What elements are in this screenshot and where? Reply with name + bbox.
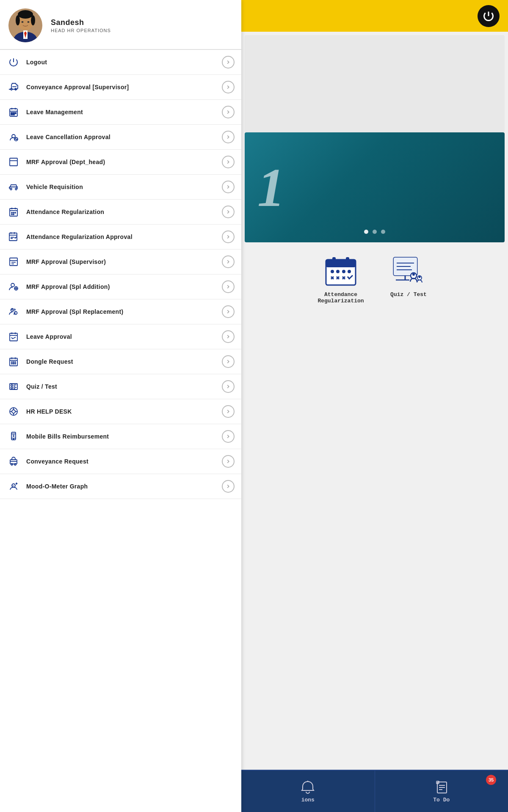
quick-label-quiz-test: Quiz / Test [390,291,427,298]
svg-rect-93 [346,257,349,263]
banner-teal: 1 [245,132,505,242]
menu-item-logout[interactable]: Logout [0,50,241,75]
leave-approval-icon [7,330,20,343]
mrf-supervisor-icon [7,255,20,269]
svg-point-37 [13,214,14,215]
quiz-icon [7,380,20,393]
chevron-icon [222,81,235,93]
sidebar-profile: Sandesh HEAD HR OPERATIONS [0,0,241,49]
menu-item-leave-management[interactable]: Leave Management [0,100,241,125]
svg-rect-92 [332,257,336,263]
menu-label-leave-approval: Leave Approval [26,333,222,340]
todo-icon [434,780,449,795]
dongle-icon [7,355,20,368]
menu-item-dongle-request[interactable]: Dongle Request [0,349,241,374]
chevron-icon [222,305,235,318]
chevron-icon [222,106,235,118]
svg-point-5 [18,10,33,19]
attendance-approval-icon [7,230,20,244]
svg-point-33 [11,212,12,213]
svg-rect-16 [11,112,12,114]
svg-point-36 [11,214,12,215]
chevron-icon [222,480,235,493]
svg-rect-19 [11,114,12,115]
svg-point-67 [11,384,13,386]
quick-label-attendance-regularization: Attendance Regularization [311,291,370,304]
svg-point-65 [15,363,16,364]
menu-item-hr-help-desk[interactable]: HR HELP DESK [0,399,241,424]
mobile-bills-icon [7,430,20,443]
svg-point-107 [419,276,421,278]
menu-item-conveyance-approval-supervisor[interactable]: Conveyance Approval [Supervisor] [0,75,241,100]
profile-name: Sandesh [51,18,111,27]
svg-point-86 [12,484,15,487]
menu-label-attendance-regularization: Attendance Regularization [26,208,222,215]
svg-point-64 [13,363,14,364]
helpdesk-icon [7,405,20,418]
menu-label-hr-help-desk: HR HELP DESK [26,408,222,415]
menu-item-mrf-approval-spl-addition[interactable]: MRF Approval (Spl Addition) [0,274,241,299]
svg-rect-91 [326,260,356,267]
leave-mgmt-icon [7,105,20,119]
menu-item-attendance-regularization-approval[interactable]: Attendance Regularization Approval [0,225,241,250]
svg-point-74 [12,410,15,413]
svg-point-46 [11,283,14,287]
menu-label-mobile-bills-reimbursement: Mobile Bills Reimbursement [26,433,222,440]
sidebar: Sandesh HEAD HR OPERATIONS Logout [0,0,241,812]
menu-item-mrf-approval-depthead[interactable]: MRF Approval (Dept_head) [0,150,241,175]
menu-item-mrf-approval-spl-replacement[interactable]: MRF Approval (Spl Replacement) [0,299,241,324]
dot-2 [373,230,377,234]
tab-notifications[interactable]: ions [241,771,375,812]
power-button[interactable] [478,5,500,27]
chevron-icon [222,430,235,443]
power-icon [7,55,20,69]
chevron-icon [222,56,235,69]
menu-item-conveyance-request[interactable]: Conveyance Request [0,449,241,474]
svg-point-63 [11,363,12,364]
svg-point-9 [28,21,30,23]
menu-item-quiz-test[interactable]: Quiz / Test [0,374,241,399]
menu-item-mrf-approval-supervisor[interactable]: MRF Approval (Supervisor) [0,250,241,274]
mood-icon [7,480,20,493]
svg-point-95 [336,270,340,273]
menu-label-mrf-approval-spl-addition: MRF Approval (Spl Addition) [26,283,222,290]
svg-rect-52 [10,333,17,341]
menu-label-conveyance-request: Conveyance Request [26,458,222,465]
chevron-icon [222,131,235,143]
svg-rect-38 [9,233,17,241]
svg-rect-17 [13,112,14,114]
tab-todo-label: To Do [433,797,450,803]
menu-label-mrf-approval-depthead: MRF Approval (Dept_head) [26,159,222,165]
menu-item-vehicle-requisition[interactable]: Vehicle Requisition [0,175,241,200]
profile-info: Sandesh HEAD HR OPERATIONS [51,18,111,33]
chevron-icon [222,280,235,293]
tab-todo[interactable]: 35 To Do [375,771,508,812]
chevron-icon [222,405,235,418]
menu-label-mood-o-meter-graph: Mood-O-Meter Graph [26,483,222,490]
quick-item-quiz-test[interactable]: Quiz / Test [379,254,438,304]
svg-point-8 [22,21,24,23]
menu-label-attendance-regularization-approval: Attendance Regularization Approval [26,233,222,240]
svg-rect-25 [10,158,17,166]
quick-access: Attendance Regularization [241,246,508,313]
conveyance-icon [7,80,20,94]
mrf-spl-add-icon [7,280,20,294]
menu-item-leave-cancellation-approval[interactable]: Leave Cancellation Approval [0,125,241,150]
menu-item-attendance-regularization[interactable]: Attendance Regularization [0,200,241,225]
svg-rect-83 [10,460,17,464]
dot-1 [364,230,368,234]
quick-item-attendance-regularization[interactable]: Attendance Regularization [311,254,370,304]
right-header [241,0,508,32]
menu-label-leave-management: Leave Management [26,109,222,115]
attendance-icon [7,205,20,219]
menu-label-vehicle-requisition: Vehicle Requisition [26,184,222,190]
svg-point-35 [15,212,16,213]
notification-icon [300,780,315,795]
menu-item-mobile-bills-reimbursement[interactable]: Mobile Bills Reimbursement [0,424,241,449]
main-content: 1 [241,0,508,812]
avatar [8,8,42,42]
menu-item-leave-approval[interactable]: Leave Approval [0,324,241,349]
svg-point-105 [412,273,415,276]
svg-point-61 [13,362,14,362]
menu-item-mood-o-meter-graph[interactable]: Mood-O-Meter Graph [0,474,241,499]
